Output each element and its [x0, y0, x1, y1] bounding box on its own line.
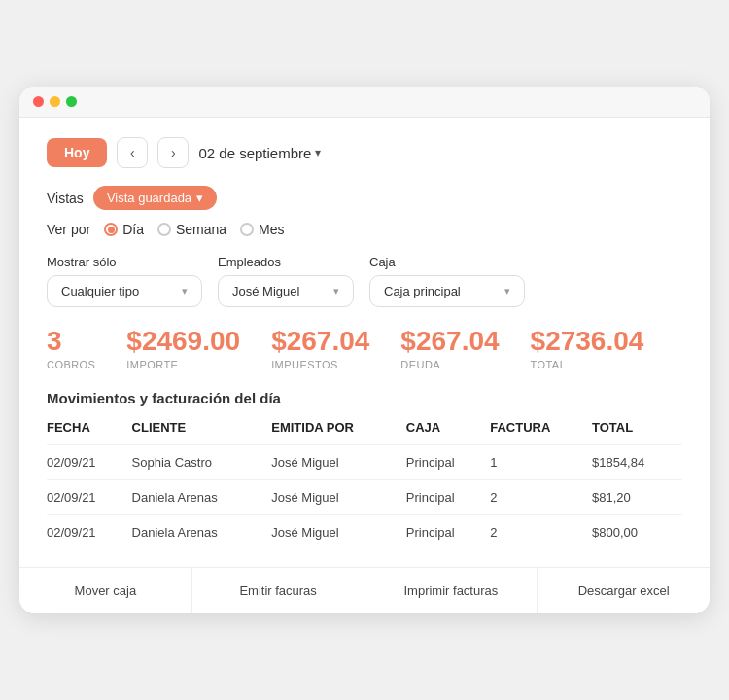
date-label[interactable]: 02 de septiembre ▾ [198, 145, 321, 161]
stat-total-label: TOTAL [531, 359, 567, 370]
titlebar [19, 87, 710, 118]
col-caja: CAJA [406, 420, 490, 445]
stat-importe-label: IMPORTE [126, 359, 178, 370]
stat-importe-value: $2469.00 [126, 327, 240, 357]
cell-emitida-por-2: José Miguel [271, 514, 406, 549]
col-fecha: FECHA [47, 420, 132, 445]
vistas-label: Vistas [47, 191, 84, 206]
header-row: Hoy ‹ › 02 de septiembre ▾ [47, 137, 682, 168]
vista-chevron-icon: ▾ [196, 191, 203, 205]
today-button[interactable]: Hoy [47, 138, 107, 167]
vistas-row: Vistas Vista guardada ▾ [47, 186, 682, 210]
main-content: Hoy ‹ › 02 de septiembre ▾ Vistas Vista … [19, 118, 710, 549]
stat-total: $2736.04 TOTAL [531, 327, 644, 370]
caja-chevron-icon: ▾ [504, 285, 510, 298]
caja-label: Caja [369, 255, 525, 269]
cell-factura-0: 1 [490, 444, 592, 479]
stat-deuda: $267.04 DEUDA [400, 327, 499, 370]
radio-dia-circle [104, 223, 118, 236]
filter-empleados: Empleados José Miguel ▾ [218, 255, 354, 307]
table-row: 02/09/21 Daniela Arenas José Miguel Prin… [47, 514, 682, 549]
date-chevron-icon: ▾ [315, 146, 321, 159]
table-row: 02/09/21 Daniela Arenas José Miguel Prin… [47, 479, 682, 514]
stat-cobros-label: COBROS [47, 359, 95, 370]
stat-impuestos-value: $267.04 [271, 327, 369, 357]
radio-mes-circle [240, 223, 254, 236]
cell-caja-1: Principal [406, 479, 490, 514]
cell-factura-2: 2 [490, 514, 592, 549]
mostrar-chevron-icon: ▾ [182, 285, 188, 298]
minimize-dot [50, 96, 60, 107]
cell-cliente-1: Daniela Arenas [132, 479, 272, 514]
radio-mes-label: Mes [259, 222, 284, 237]
stat-impuestos: $267.04 IMPUESTOS [271, 327, 369, 370]
section-title: Movimientos y facturación del día [47, 390, 682, 406]
stat-deuda-label: DEUDA [400, 359, 440, 370]
mostrar-select[interactable]: Cualquier tipo ▾ [47, 275, 202, 307]
vista-badge-text: Vista guardada [107, 191, 191, 205]
cell-cliente-2: Daniela Arenas [132, 514, 272, 549]
mostrar-value: Cualquier tipo [61, 284, 139, 298]
col-emitida-por: EMITIDA POR [271, 420, 406, 445]
stat-impuestos-label: IMPUESTOS [271, 359, 338, 370]
col-total: TOTAL [592, 420, 682, 445]
stat-deuda-value: $267.04 [400, 327, 499, 357]
radio-group: Día Semana Mes [104, 222, 284, 237]
bottom-btn-1[interactable]: Emitir facuras [192, 568, 365, 613]
verpor-row: Ver por Día Semana Mes [47, 222, 682, 237]
radio-semana[interactable]: Semana [157, 222, 226, 237]
cell-caja-0: Principal [406, 444, 490, 479]
empleados-value: José Miguel [232, 284, 299, 298]
prev-button[interactable]: ‹ [117, 137, 148, 168]
filters-row: Mostrar sólo Cualquier tipo ▾ Empleados … [47, 255, 682, 307]
filter-mostrar: Mostrar sólo Cualquier tipo ▾ [47, 255, 202, 307]
bottom-btn-2[interactable]: Imprimir facturas [365, 568, 538, 613]
caja-value: Caja principal [384, 284, 461, 298]
radio-dia[interactable]: Día [104, 222, 144, 237]
caja-select[interactable]: Caja principal ▾ [369, 275, 525, 307]
empleados-select[interactable]: José Miguel ▾ [218, 275, 354, 307]
bottom-btn-3[interactable]: Descargar excel [538, 568, 710, 613]
cell-emitida-por-0: José Miguel [271, 444, 406, 479]
close-dot [33, 96, 44, 107]
cell-cliente-0: Sophia Castro [132, 444, 272, 479]
cell-fecha-1: 02/09/21 [47, 479, 132, 514]
vista-guardada-button[interactable]: Vista guardada ▾ [93, 186, 217, 210]
table-row: 02/09/21 Sophia Castro José Miguel Princ… [47, 444, 682, 479]
cell-fecha-2: 02/09/21 [47, 514, 132, 549]
next-button[interactable]: › [157, 137, 189, 168]
date-text: 02 de septiembre [198, 145, 311, 161]
cell-total-2: $800,00 [592, 514, 682, 549]
stat-cobros: 3 COBROS [47, 327, 95, 370]
bottom-btn-0[interactable]: Mover caja [19, 568, 192, 613]
app-window: Hoy ‹ › 02 de septiembre ▾ Vistas Vista … [19, 87, 710, 613]
radio-semana-circle [157, 223, 171, 236]
radio-semana-label: Semana [176, 222, 226, 237]
radio-dia-label: Día [122, 222, 144, 237]
bottom-bar: Mover cajaEmitir facurasImprimir factura… [19, 567, 710, 613]
mostrar-label: Mostrar sólo [47, 255, 202, 269]
empleados-chevron-icon: ▾ [333, 285, 339, 298]
stat-total-value: $2736.04 [531, 327, 644, 357]
movements-table: FECHA CLIENTE EMITIDA POR CAJA FACTURA T… [47, 420, 682, 549]
col-cliente: CLIENTE [132, 420, 272, 445]
filter-caja: Caja Caja principal ▾ [369, 255, 525, 307]
stat-cobros-value: 3 [47, 327, 62, 357]
verpor-label: Ver por [47, 222, 90, 237]
empleados-label: Empleados [218, 255, 354, 269]
cell-fecha-0: 02/09/21 [47, 444, 132, 479]
cell-factura-1: 2 [490, 479, 592, 514]
cell-total-1: $81,20 [592, 479, 682, 514]
cell-emitida-por-1: José Miguel [271, 479, 406, 514]
radio-mes[interactable]: Mes [240, 222, 284, 237]
maximize-dot [66, 96, 77, 107]
stats-row: 3 COBROS $2469.00 IMPORTE $267.04 IMPUES… [47, 327, 682, 370]
cell-caja-2: Principal [406, 514, 490, 549]
cell-total-0: $1854,84 [592, 444, 682, 479]
stat-importe: $2469.00 IMPORTE [126, 327, 240, 370]
col-factura: FACTURA [490, 420, 592, 445]
table-header-row: FECHA CLIENTE EMITIDA POR CAJA FACTURA T… [47, 420, 682, 445]
